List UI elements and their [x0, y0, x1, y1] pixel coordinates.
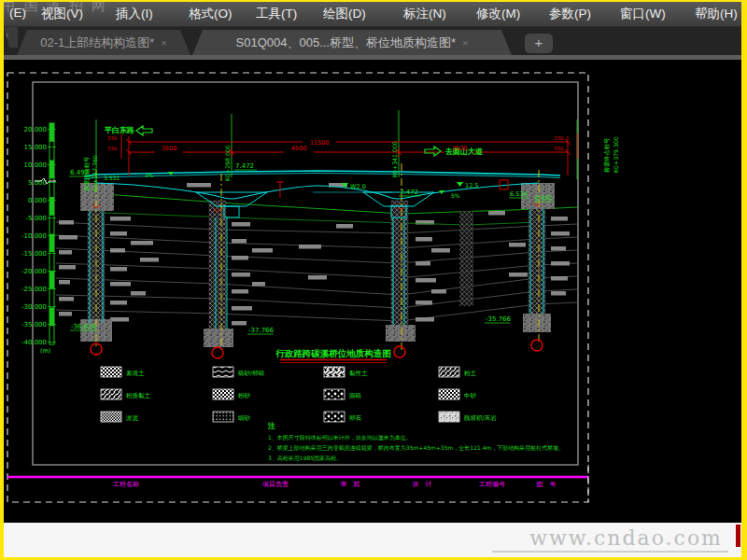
close-icon[interactable]: × [161, 37, 166, 49]
water-level-icon [168, 172, 463, 194]
concrete-blocks [80, 183, 555, 347]
tab-bar: × 02-1上部结构构造图*× S01Q004、005...桥型、桥位地质构造图… [4, 26, 741, 55]
bridge-geology-drawing: 20.00015.00010.0005.0000.000-5.000-10.00… [4, 60, 741, 523]
legend-item-0: 素填土 [101, 367, 145, 377]
station-start-value: K0+257.760 [92, 155, 98, 191]
ground-line [105, 194, 577, 214]
titleblock-project-name: 工程名称 [113, 481, 139, 488]
tab-upper-structure-drawing[interactable]: 02-1上部结构构造图*× [17, 30, 190, 55]
legend-label-7: 圆砾 [349, 392, 362, 399]
menu-item-8[interactable]: 参数(P) [549, 6, 591, 22]
legend-item-5: 细砂 [213, 412, 251, 422]
menu-item-1[interactable]: 视图(V) [41, 6, 83, 22]
tab-label: S01Q004、005...桥型、桥位地质构造图* [236, 35, 457, 49]
close-icon[interactable]: × [4, 31, 8, 40]
legend-item-2: 淤泥 [101, 412, 139, 422]
scale-label-4: 0.000 [28, 197, 47, 204]
scale-label-10: -30.000 [21, 303, 47, 311]
menu-item-9[interactable]: 窗口(W) [620, 6, 666, 22]
menu-item-6[interactable]: 标注(N) [403, 6, 446, 22]
level-span-right: 7.472 [400, 189, 418, 196]
direction-left-label: 平白东路 [104, 125, 134, 134]
scale-label-6: -10.000 [21, 232, 47, 240]
scale-label-8: -20.000 [21, 268, 47, 275]
level-abut2-seat: 6.534 [510, 190, 528, 198]
bridge-deck [84, 171, 560, 206]
level-abut1-ground: 3.531 [104, 175, 120, 181]
legend-label-3: 砾砂/卵砾 [237, 370, 265, 377]
legend-item-3: 砾砂/卵砾 [213, 367, 265, 377]
legend-label-2: 淤泥 [126, 414, 139, 422]
legend-item-9: 粉土 [439, 367, 477, 377]
menu-item-4[interactable]: 工具(T) [256, 6, 297, 22]
frame-right [741, 0, 747, 560]
legend-item-7: 圆砾 [324, 389, 362, 399]
scale-label-0: 20.000 [24, 126, 48, 133]
scale-label-2: 10.000 [24, 161, 48, 169]
arrow-right-icon [425, 147, 441, 156]
menu-item-0[interactable]: (E) [9, 6, 26, 20]
pile-tip-level-2: -37.766 [248, 327, 275, 334]
scale-label-7: -15.000 [21, 250, 47, 258]
menu-item-5[interactable]: 绘图(D) [323, 6, 366, 22]
legend-item-8: 卵石 [324, 412, 362, 422]
title-underline [280, 360, 387, 363]
note-line-1: 1、本图尺寸除特殊标明以米计外，其余均以厘米为单位。 [268, 434, 412, 441]
legend-label-9: 粉土 [464, 370, 477, 377]
legend-label-5: 细砂 [238, 414, 251, 422]
titleblock-review: 审 核 [341, 481, 360, 488]
red-marker [736, 525, 740, 547]
scour-line [105, 213, 539, 225]
scale-label-11: -35.000 [21, 321, 47, 329]
scale-label-1: 15.000 [24, 144, 48, 151]
legend-item-10: 中砂 [439, 389, 477, 399]
partial-tab[interactable]: × [4, 26, 18, 48]
level-abut1-deck: 6.492 [70, 169, 89, 176]
dim-offset-left-a: 330 [107, 135, 118, 141]
legend-label-11: 残坡积/灰岩 [463, 414, 497, 422]
close-icon[interactable]: × [462, 37, 468, 49]
station-end-value: K0+379.300 [613, 136, 619, 173]
note-line-2: 2、桥梁上部结构采用三跨变截面连续箱梁，桥跨布置为35m+45m+35m，全长1… [268, 444, 564, 452]
level-span-left: 7.472 [235, 162, 254, 170]
drawing-canvas[interactable]: 20.00015.00010.0005.0000.000-5.000-10.00… [4, 60, 741, 523]
menu-bar: (E)视图(V)插入(I)格式(O)工具(T)绘图(D)标注(N)修改(M)参数… [4, 2, 741, 27]
scale-label-9: -25.000 [21, 286, 47, 293]
station-pier2: K0+298.000 [224, 145, 231, 181]
slope-left-label: 3% [145, 172, 154, 178]
station-pier3: K0+341.000 [391, 141, 398, 177]
legend-label-0: 素填土 [126, 370, 145, 377]
new-tab-button[interactable]: + [525, 34, 553, 53]
scale-label-3: 5.000 [28, 179, 47, 187]
legend-item-4: 粉砂 [213, 389, 251, 399]
dim-span3: 3500 [452, 145, 468, 152]
tab-strip-divider [4, 55, 741, 60]
frame-left [0, 0, 4, 560]
notes-header: 注 [267, 422, 275, 430]
slope-right-label: 5% [451, 192, 460, 199]
legend-item-11: 残坡积/灰岩 [439, 412, 497, 422]
menu-item-10[interactable]: 帮助(H) [695, 6, 738, 22]
level-abut2-deck: 6.492 [535, 194, 553, 202]
bottom-watermark: www.cndao.com [492, 526, 728, 553]
dim-offset-left-b: 330 [107, 146, 118, 151]
bottom-strip: www.cndao.com [4, 523, 741, 557]
dim-span1: 3500 [162, 145, 177, 152]
legend-item-1: 粉质黏土 [101, 389, 151, 399]
legend-item-6: 黏性土 [324, 367, 368, 377]
dim-span2: 4500 [291, 145, 307, 152]
note-line-3: 3、高程采用1985国家高程。 [268, 455, 342, 462]
legend-label-8: 卵石 [349, 414, 362, 422]
drawing-title: 行政路跨碳溪桥位地质构造图 [275, 348, 391, 358]
legend-label-4: 粉砂 [238, 392, 251, 399]
dim-offset-right-b: 330 [554, 146, 564, 151]
scale-unit: (m) [40, 347, 50, 355]
menu-item-3[interactable]: 格式(O) [189, 6, 233, 22]
dim-total: 11500 [310, 139, 330, 147]
tab-bridge-geology-drawing[interactable]: S01Q004、005...桥型、桥位地质构造图*× [192, 30, 512, 55]
menu-item-2[interactable]: 插入(I) [116, 6, 153, 22]
scale-label-5: -5.000 [25, 215, 47, 222]
menu-item-7[interactable]: 修改(M) [476, 6, 520, 22]
borehole-logs [88, 191, 545, 336]
titleblock-project-no: 工程编号 [479, 481, 505, 488]
